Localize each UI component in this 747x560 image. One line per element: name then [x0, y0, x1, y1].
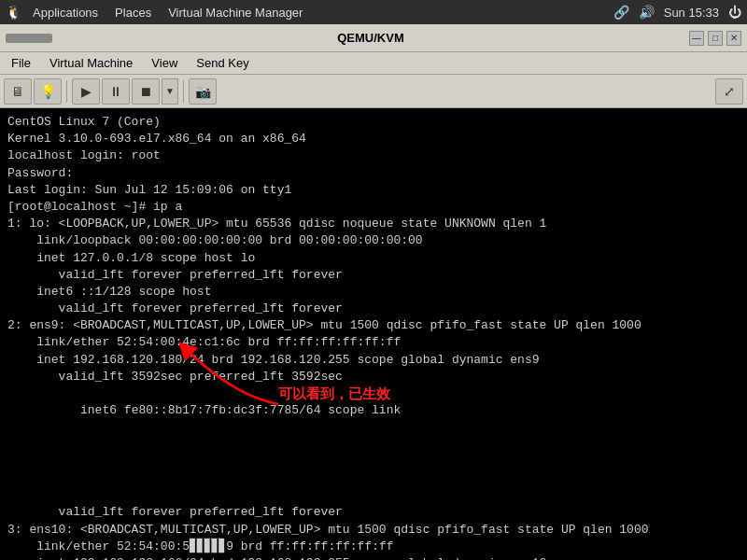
terminal-line-22: inet 192.168.123.166/24 brd 192.168.123.… [7, 555, 740, 560]
toolbar-separator-1 [66, 80, 67, 103]
terminal-line-16: inet 192.168.120.180/24 brd 192.168.120.… [7, 352, 740, 369]
file-menu[interactable]: File [4, 54, 38, 72]
terminal-line-5: Password: [7, 165, 740, 182]
clock: Sun 15:33 [664, 6, 719, 20]
fullscreen-button[interactable]: ⤢ [715, 78, 743, 105]
terminal-line-2: Kernel 3.10.0-693.el7.x86_64 on an x86_6… [7, 131, 740, 147]
window-title: QEMU/KVM [52, 31, 689, 45]
close-button[interactable]: ✕ [726, 31, 741, 46]
minimize-button[interactable]: — [689, 31, 704, 46]
terminal-line-6: Last login: Sun Jul 12 15:09:06 on tty1 [7, 182, 740, 199]
terminal-line-20: 3: ens10: <BROADCAST,MULTICAST,UP,LOWER_… [7, 522, 740, 539]
menu-bar: File Virtual Machine View Send Key [0, 52, 747, 75]
window-controls: — □ ✕ [689, 31, 741, 46]
terminal-line-8: 1: lo: <LOOPBACK,UP,LOWER_UP> mtu 65536 … [7, 216, 740, 232]
system-bar: 🐧 Applications Places Virtual Machine Ma… [0, 0, 747, 24]
pause-button[interactable]: ⏸ [102, 78, 130, 105]
terminal-line-14: 2: ens9: <BROADCAST,MULTICAST,UP,LOWER_U… [7, 317, 740, 334]
virtual-machine-manager-menu[interactable]: Virtual Machine Manager [161, 4, 310, 21]
maximize-button[interactable]: □ [708, 31, 723, 46]
red-arrow [157, 339, 288, 413]
system-bar-right: 🔗 🔊 Sun 15:33 ⏻ [613, 5, 741, 20]
power-icon[interactable]: ⏻ [728, 5, 741, 20]
play-button[interactable]: ▶ [72, 78, 100, 105]
system-logo: 🐧 [6, 5, 21, 20]
terminal-line-4: localhost login: root [7, 147, 740, 164]
terminal-line-18: inet6 fe80::8b17:7fb:dc3f:7785/64 scope … [7, 385, 740, 504]
terminal-line-15: link/ether 52:54:00:4e:c1:6c brd ff:ff:f… [7, 334, 740, 351]
system-bar-left: 🐧 Applications Places Virtual Machine Ma… [6, 4, 310, 21]
virtual-machine-menu[interactable]: Virtual Machine [42, 54, 140, 72]
applications-menu[interactable]: Applications [25, 4, 106, 21]
places-menu[interactable]: Places [107, 4, 159, 21]
terminal[interactable]: CentOS Linux 7 (Core) Kernel 3.10.0-693.… [0, 108, 747, 560]
toolbar-separator-2 [183, 80, 184, 103]
terminal-line-19: valid_lft forever preferred_lft forever [7, 504, 740, 521]
volume-icon: 🔊 [639, 5, 655, 20]
title-bar: QEMU/KVM — □ ✕ [0, 24, 747, 52]
network-icon: 🔗 [613, 5, 629, 20]
send-key-menu[interactable]: Send Key [189, 54, 256, 72]
stop-button[interactable]: ⏹ [132, 78, 160, 105]
view-menu[interactable]: View [144, 54, 185, 72]
terminal-line-1: CentOS Linux 7 (Core) [7, 114, 740, 131]
toolbar: 🖥 💡 ▶ ⏸ ⏹ ▼ 📷 ⤢ [0, 75, 747, 108]
power-dropdown[interactable]: ▼ [162, 78, 178, 105]
terminal-line-21: link/ether 52:54:00:5▊▊▊▊▊9 brd ff:ff:ff… [7, 539, 740, 555]
usb-button[interactable]: 💡 [34, 78, 62, 105]
screenshot-button[interactable]: 📷 [189, 78, 217, 105]
monitor-button[interactable]: 🖥 [4, 78, 32, 105]
terminal-line-12: inet6 ::1/128 scope host [7, 284, 740, 301]
terminal-line-7: [root@localhost ~]# ip a [7, 199, 740, 216]
annotation-text: 可以看到，已生效 [278, 384, 390, 403]
qemu-window: QEMU/KVM — □ ✕ File Virtual Machine View… [0, 24, 747, 560]
terminal-line-10: inet 127.0.0.1/8 scope host lo [7, 250, 740, 267]
terminal-line-9: link/loopback 00:00:00:00:00:00 brd 00:0… [7, 232, 740, 249]
title-bar-left [6, 34, 52, 43]
terminal-line-13: valid_lft forever preferred_lft forever [7, 301, 740, 317]
terminal-line-11: valid_lft forever preferred_lft forever [7, 267, 740, 284]
